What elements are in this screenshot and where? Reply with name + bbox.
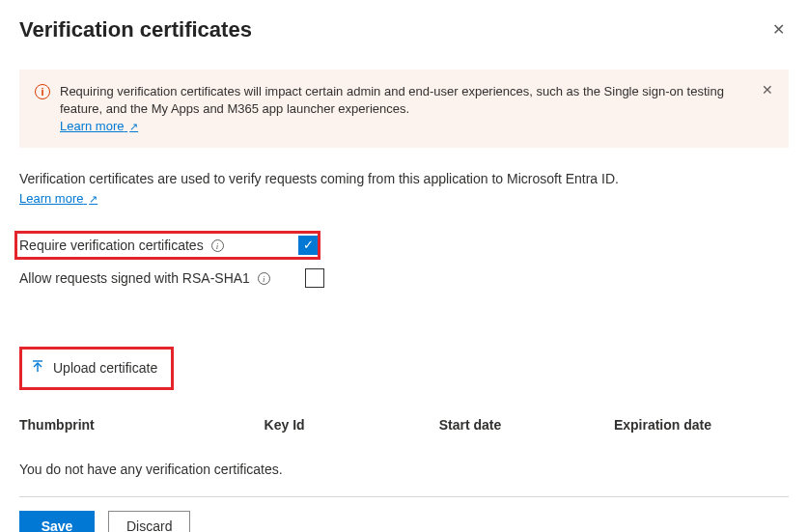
banner-learn-more-link[interactable]: Learn more ↗ [60, 119, 138, 133]
require-cert-checkbox[interactable]: ✓ [298, 236, 318, 255]
close-icon[interactable]: ✕ [768, 18, 789, 42]
info-icon[interactable]: i [211, 239, 224, 252]
info-icon[interactable]: i [258, 272, 270, 285]
upload-certificate-button[interactable]: Upload certificate [19, 347, 174, 390]
col-keyid: Key Id [265, 417, 439, 433]
banner-text: Requiring verification certificates will… [60, 83, 750, 136]
external-link-icon: ↗ [129, 121, 138, 132]
external-link-icon: ↗ [89, 193, 98, 205]
discard-button[interactable]: Discard [108, 511, 190, 532]
require-cert-label: Require verification certificates i [19, 238, 298, 253]
upload-label: Upload certificate [53, 360, 157, 376]
table-empty-message: You do not have any verification certifi… [19, 440, 789, 496]
allow-sha1-checkbox[interactable] [305, 268, 324, 288]
table-header: Thumbprint Key Id Start date Expiration … [19, 409, 789, 440]
warning-banner: i Requiring verification certificates wi… [19, 70, 789, 148]
save-button[interactable]: Save [19, 511, 95, 532]
banner-close-icon[interactable]: ✕ [762, 83, 773, 97]
footer-actions: Save Discard [19, 511, 789, 532]
upload-icon [30, 359, 45, 378]
description-text: Verification certificates are used to ve… [19, 171, 789, 186]
panel-header: Verification certificates ✕ [19, 17, 789, 42]
allow-sha1-label: Allow requests signed with RSA-SHA1 i [19, 270, 305, 286]
col-expiration: Expiration date [614, 417, 789, 433]
divider [19, 496, 789, 497]
certificates-table: Thumbprint Key Id Start date Expiration … [19, 409, 789, 497]
allow-sha1-option: Allow requests signed with RSA-SHA1 i [19, 264, 324, 293]
options-group: Require verification certificates i ✓ Al… [19, 231, 789, 293]
require-cert-option: Require verification certificates i ✓ [14, 231, 320, 260]
info-warning-icon: i [35, 84, 50, 99]
col-thumbprint: Thumbprint [19, 417, 265, 433]
banner-message: Requiring verification certificates will… [60, 84, 724, 116]
page-title: Verification certificates [19, 17, 252, 42]
col-startdate: Start date [439, 417, 614, 433]
learn-more-link[interactable]: Learn more ↗ [19, 191, 98, 206]
